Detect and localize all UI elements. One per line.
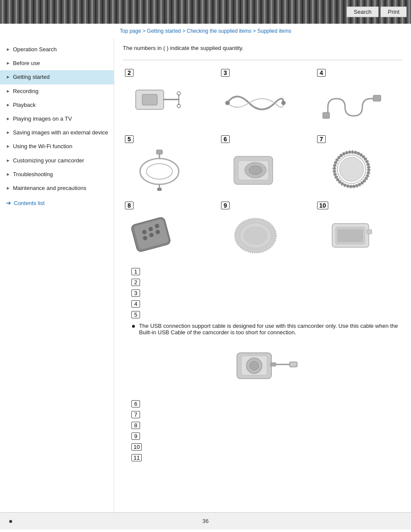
svg-rect-8 [323,112,330,118]
breadcrumb-checking[interactable]: Checking the supplied items [187,28,251,34]
svg-point-10 [140,159,179,184]
bullet-icon: ● [131,322,136,330]
list-row-6: 6 [131,400,402,408]
svg-rect-40 [367,230,372,234]
list-row-7: 7 [131,411,402,418]
arrow-icon: ► [6,47,10,53]
sidebar-label: Getting started [13,73,50,81]
search-button[interactable]: Search [346,6,379,17]
item-cell-9: 9 [219,199,306,261]
sidebar-item-operation-search[interactable]: ► Operation Search [0,43,114,56]
sidebar-label: Operation Search [13,46,57,53]
list-row-8: 8 [131,422,402,429]
sidebar-label: Recording [13,87,38,95]
svg-point-11 [146,164,172,179]
sidebar-label: Before use [13,59,40,67]
item-cell-4: 4 [315,67,402,129]
item-cell-7: 7 [315,133,402,195]
arrow-right-icon: ➔ [6,199,11,206]
list-row-2: 2 [131,279,402,286]
item-image-8 [125,212,194,259]
sidebar-item-recording[interactable]: ► Recording [0,84,114,98]
sidebar-label: Playing images on a TV [13,115,72,123]
sidebar-label: Saving images with an external device [13,129,108,137]
breadcrumb-top[interactable]: Top page [120,28,141,34]
svg-rect-15 [157,188,162,191]
svg-rect-48 [290,363,296,366]
item-image-3 [221,79,290,127]
list-num-11: 11 [131,454,142,461]
header: Search Print [0,0,411,24]
sidebar-item-troubleshooting[interactable]: ► Troubleshooting [0,168,114,181]
list-row-10: 10 [131,443,402,451]
sidebar-label: Playback [13,101,36,109]
list-num-2: 2 [131,279,140,286]
svg-point-19 [249,166,262,174]
intro-text: The numbers in ( ) indicate the supplied… [123,45,402,51]
svg-point-44 [250,361,258,370]
sidebar-item-saving-images[interactable]: ► Saving images with an external device [0,126,114,140]
note-section: ● The USB connection support cable is de… [131,323,402,336]
sidebar-label: Using the Wi-Fi function [13,143,72,150]
arrow-icon: ► [6,102,10,108]
arrow-icon: ► [6,171,10,177]
sidebar-item-playback[interactable]: ► Playback [0,98,114,112]
list-row-1: 1 [131,268,402,275]
arrow-icon: ► [6,185,10,191]
breadcrumb-getting-started[interactable]: Getting started [147,28,181,34]
item-image-7 [317,146,386,193]
list-num-7: 7 [131,411,140,418]
list-row-3: 3 [131,289,402,297]
item-number-2: 2 [125,69,134,77]
arrow-icon: ► [6,116,10,122]
contents-list-link[interactable]: ➔ Contents list [0,195,114,211]
list-row-11: 11 [131,454,402,461]
sidebar-item-playing-images[interactable]: ► Playing images on a TV [0,112,114,126]
sidebar: ► Operation Search ► Before use ► Gettin… [0,38,114,512]
item-cell-5: 5 [123,133,210,195]
contents-link-label: Contents list [14,200,45,206]
main-layout: ► Operation Search ► Before use ► Gettin… [0,38,411,512]
item-number-3: 3 [221,69,230,77]
sidebar-item-customizing[interactable]: ► Customizing your camcorder [0,154,114,168]
list-row-9: 9 [131,432,402,440]
item-number-10: 10 [317,202,328,209]
item-cell-10: 10 [315,199,402,261]
item-image-4 [317,79,386,127]
arrow-icon: ► [6,74,10,80]
item-image-2 [125,79,194,127]
print-button[interactable]: Print [380,6,407,17]
svg-point-7 [281,101,286,105]
breadcrumb: Top page > Getting started > Checking th… [0,24,411,38]
item-number-7: 7 [317,135,326,143]
item-cell-6: 6 [219,133,306,195]
sidebar-label: Customizing your camcorder [13,157,84,165]
svg-point-36 [243,226,268,245]
svg-point-6 [225,101,230,105]
item-image-10 [317,212,386,259]
item-number-6: 6 [221,135,230,143]
item-image-9 [221,212,290,259]
arrow-icon: ► [6,88,10,94]
sidebar-item-getting-started[interactable]: ► Getting started [0,70,114,84]
item-number-9: 9 [221,202,230,209]
sidebar-label: Troubleshooting [13,171,53,178]
svg-rect-13 [156,150,162,154]
sidebar-item-maintenance[interactable]: ► Maintenance and precautions [0,181,114,195]
sidebar-item-wifi[interactable]: ► Using the Wi-Fi function [0,140,114,153]
sidebar-item-before-use[interactable]: ► Before use [0,56,114,70]
footer: ● 36 [0,512,411,529]
list-num-3: 3 [131,289,140,297]
list-num-10: 10 [131,443,142,451]
sidebar-label: Maintenance and precautions [13,184,87,192]
list-num-9: 9 [131,432,140,440]
list-num-5: 5 [131,311,140,318]
list-row-5: 5 [131,311,402,318]
item-image-5 [125,146,194,193]
svg-rect-45 [271,363,276,366]
item-number-8: 8 [125,202,134,209]
footer-bullet: ● [9,517,13,525]
item-image-6 [221,146,290,193]
item-image-grid: 2 3 [123,67,402,261]
item-cell-3: 3 [219,67,306,129]
